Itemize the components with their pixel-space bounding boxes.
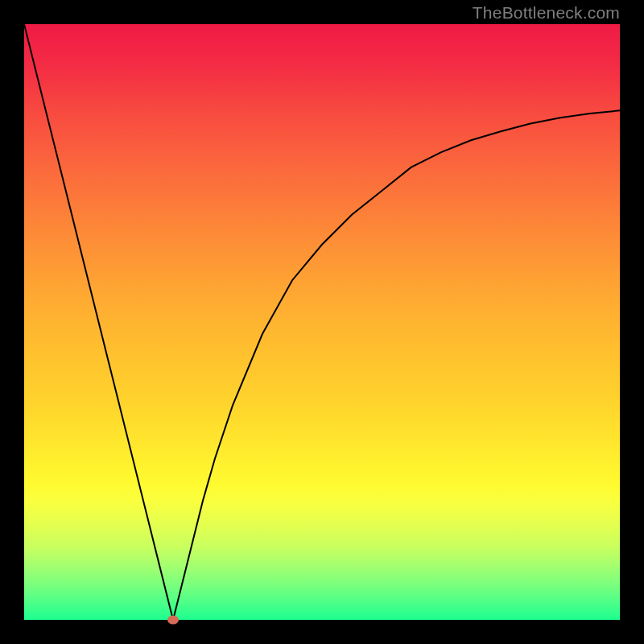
watermark-text: TheBottleneck.com: [473, 3, 620, 23]
bottleneck-curve: [24, 24, 620, 620]
curve-svg: [24, 24, 620, 620]
plot-area: [24, 24, 620, 620]
chart-frame: TheBottleneck.com: [0, 0, 644, 644]
minimum-marker: [167, 616, 179, 625]
